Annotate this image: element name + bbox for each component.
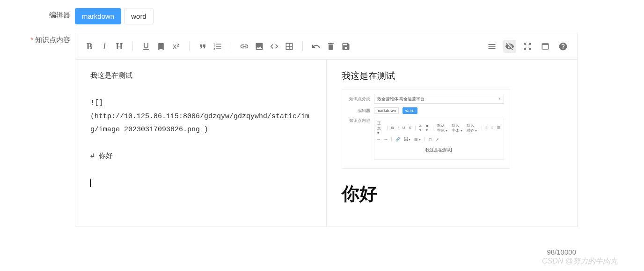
embedded-row-content: 知识点内容 正文 ▾ B I U S A ▾ ■ ▾	[348, 118, 504, 160]
bookmark-icon[interactable]	[154, 40, 168, 53]
help-icon[interactable]	[556, 40, 570, 53]
embedded-image: 知识点分类 致全营维体-高全运营平台 编辑器 markdown word 知识点…	[342, 90, 510, 169]
embedded-content-text: 我这是在测试|	[377, 143, 501, 157]
toolbar-left: B I H x²	[83, 40, 485, 53]
editor-tabs: markdown word	[75, 8, 154, 24]
embedded-toolbar-row1: 正文 ▾ B I U S A ▾ ■ ▾ 默认字体 ▾	[377, 120, 501, 135]
tab-word[interactable]: word	[124, 8, 154, 24]
source-line3: (http://10.125.86.115:8086/gdzqyw/gdzqyw…	[90, 113, 309, 134]
quote-icon[interactable]	[196, 40, 209, 53]
ordered-list-icon[interactable]	[211, 40, 224, 53]
embedded-toolbar-row2: ⤺ ⤻ 🔗 🖼 ▾ ▦ ▾ ◻ ⤢	[377, 137, 501, 142]
source-line1: 我这是在测试	[90, 72, 132, 80]
separator	[231, 42, 231, 51]
editor-panes: 我这是在测试 ![] (http://10.125.86.115:8086/gd…	[75, 60, 577, 226]
separator	[302, 42, 303, 51]
toc-icon[interactable]	[485, 40, 498, 53]
source-line4: # 你好	[90, 152, 113, 160]
embedded-label-content: 知识点内容	[348, 118, 370, 124]
separator	[132, 42, 133, 51]
embedded-label-editor: 编辑器	[348, 108, 370, 114]
link-icon[interactable]	[238, 40, 251, 53]
image-icon[interactable]	[253, 40, 266, 53]
embedded-label-category: 知识点分类	[348, 96, 370, 102]
source-line2: ![]	[90, 99, 103, 107]
italic-icon[interactable]: I	[98, 40, 111, 53]
bold-icon[interactable]: B	[83, 40, 96, 53]
separator	[189, 42, 190, 51]
embedded-toolbar: 正文 ▾ B I U S A ▾ ■ ▾ 默认字体 ▾	[374, 118, 504, 160]
code-icon[interactable]	[268, 40, 281, 53]
superscript-icon[interactable]: x²	[169, 40, 183, 53]
editor-type-row: 编辑器 markdown word	[0, 0, 644, 24]
embedded-tag-word: word	[402, 107, 417, 114]
tab-markdown[interactable]: markdown	[75, 8, 121, 24]
preview-pane: 我这是在测试 知识点分类 致全营维体-高全运营平台 编辑器 markdown w…	[327, 60, 578, 226]
cursor	[90, 179, 91, 187]
window-icon[interactable]	[539, 40, 552, 53]
content-row: 知识点内容 B I H x²	[0, 24, 644, 226]
preview-heading: 你好	[342, 182, 563, 206]
preview-title: 我这是在测试	[342, 70, 563, 82]
content-label: 知识点内容	[0, 33, 75, 45]
fullscreen-icon[interactable]	[521, 40, 534, 53]
save-icon[interactable]	[339, 40, 352, 53]
toolbar-right	[485, 40, 570, 53]
embedded-select-category: 致全营维体-高全运营平台	[374, 95, 504, 104]
embedded-tag-markdown: markdown	[374, 107, 399, 114]
table-icon[interactable]	[283, 40, 296, 53]
trash-icon[interactable]	[324, 40, 337, 53]
source-pane[interactable]: 我这是在测试 ![] (http://10.125.86.115:8086/gd…	[75, 60, 327, 226]
embedded-row-category: 知识点分类 致全营维体-高全运营平台	[348, 95, 504, 104]
underline-icon[interactable]	[139, 40, 153, 53]
editor-container: B I H x²	[75, 33, 578, 226]
embedded-row-editor: 编辑器 markdown word	[348, 107, 504, 114]
editor-label: 编辑器	[0, 8, 75, 20]
char-counter: 98/10000	[547, 248, 576, 256]
undo-icon[interactable]	[309, 40, 322, 53]
heading-icon[interactable]: H	[113, 40, 126, 53]
preview-toggle-icon[interactable]	[503, 40, 516, 53]
watermark: CSDN @努力的牛肉丸	[542, 256, 618, 266]
editor-toolbar: B I H x²	[75, 33, 577, 60]
